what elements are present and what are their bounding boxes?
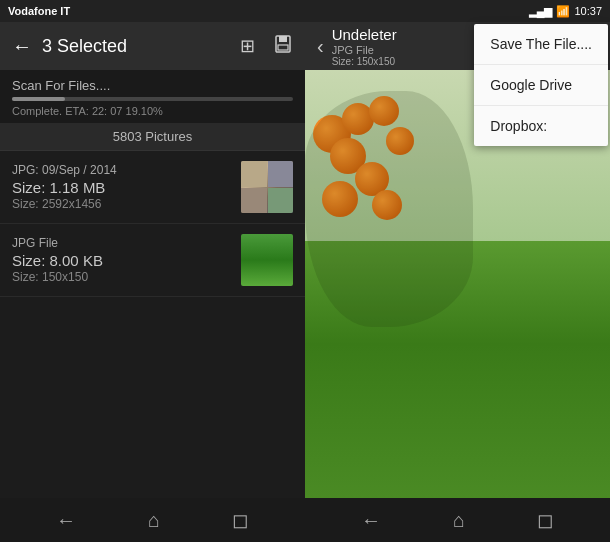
bottom-nav: ← ⌂ ◻ ← ⌂ ◻ bbox=[0, 498, 610, 542]
file-type: JPG: 09/Sep / 2014 bbox=[12, 163, 241, 177]
back-nav-icon-right[interactable]: ← bbox=[361, 509, 381, 532]
thumbnail-grid bbox=[241, 161, 293, 213]
toolbar-title: 3 Selected bbox=[42, 36, 222, 57]
dropdown-item-save[interactable]: Save The File.... bbox=[474, 24, 608, 65]
file-item[interactable]: JPG: 09/Sep / 2014 Size: 1.18 MB Size: 2… bbox=[0, 151, 305, 224]
main-panels: ← 3 Selected ⊞ Scan For Files.... Comple… bbox=[0, 22, 610, 498]
branch bbox=[305, 91, 473, 326]
right-back-button[interactable]: ‹ bbox=[317, 35, 324, 58]
time-label: 10:37 bbox=[574, 5, 602, 17]
grid-icon[interactable]: ⊞ bbox=[240, 35, 255, 57]
back-nav-icon[interactable]: ← bbox=[56, 509, 76, 532]
fruits-area bbox=[305, 91, 473, 326]
file-size: Size: 8.00 KB bbox=[12, 252, 241, 269]
file-list: JPG: 09/Sep / 2014 Size: 1.18 MB Size: 2… bbox=[0, 151, 305, 498]
file-type: JPG File bbox=[12, 236, 241, 250]
recents-nav-icon-right[interactable]: ◻ bbox=[537, 508, 554, 532]
progress-bar-background bbox=[12, 97, 293, 101]
file-thumbnail bbox=[241, 161, 293, 213]
scan-area: Scan For Files.... Complete. ETA: 22: 07… bbox=[0, 70, 305, 123]
left-toolbar: ← 3 Selected ⊞ bbox=[0, 22, 305, 70]
file-item[interactable]: JPG File Size: 8.00 KB Size: 150x150 bbox=[0, 224, 305, 297]
progress-bar-fill bbox=[12, 97, 65, 101]
pictures-count-header: 5803 Pictures bbox=[0, 123, 305, 151]
svg-rect-2 bbox=[278, 45, 288, 50]
thumb-cell bbox=[268, 161, 294, 187]
svg-rect-1 bbox=[279, 36, 287, 42]
wifi-icon: 📶 bbox=[556, 5, 570, 18]
carrier-label: Vodafone IT bbox=[8, 5, 70, 17]
thumbnail-green bbox=[241, 234, 293, 286]
right-panel: ‹ Undeleter JPG File Size: 150x150 bbox=[305, 22, 610, 498]
recents-nav-icon[interactable]: ◻ bbox=[232, 508, 249, 532]
dropdown-item-dropbox[interactable]: Dropbox: bbox=[474, 106, 608, 146]
status-right: ▂▄▆ 📶 10:37 bbox=[529, 5, 602, 18]
signal-icon: ▂▄▆ bbox=[529, 5, 553, 18]
home-nav-icon[interactable]: ⌂ bbox=[148, 509, 160, 532]
left-panel: ← 3 Selected ⊞ Scan For Files.... Comple… bbox=[0, 22, 305, 498]
save-icon[interactable] bbox=[273, 34, 293, 59]
scan-label: Scan For Files.... bbox=[12, 78, 293, 93]
file-info: JPG File Size: 8.00 KB Size: 150x150 bbox=[12, 236, 241, 284]
dropdown-item-googledrive[interactable]: Google Drive bbox=[474, 65, 608, 106]
left-nav: ← ⌂ ◻ bbox=[0, 498, 305, 542]
scan-status: Complete. ETA: 22: 07 19.10% bbox=[12, 105, 293, 117]
file-dims: Size: 150x150 bbox=[12, 270, 241, 284]
file-info: JPG: 09/Sep / 2014 Size: 1.18 MB Size: 2… bbox=[12, 163, 241, 211]
status-bar: Vodafone IT ▂▄▆ 📶 10:37 bbox=[0, 0, 610, 22]
file-dims: Size: 2592x1456 bbox=[12, 197, 241, 211]
thumb-cell bbox=[268, 188, 294, 214]
dropdown-menu: Save The File.... Google Drive Dropbox: bbox=[474, 24, 608, 146]
thumb-cell bbox=[241, 161, 267, 187]
file-size: Size: 1.18 MB bbox=[12, 179, 241, 196]
back-button[interactable]: ← bbox=[12, 35, 32, 58]
home-nav-icon-right[interactable]: ⌂ bbox=[453, 509, 465, 532]
file-thumbnail bbox=[241, 234, 293, 286]
thumb-cell bbox=[241, 188, 267, 214]
right-nav: ← ⌂ ◻ bbox=[305, 498, 610, 542]
